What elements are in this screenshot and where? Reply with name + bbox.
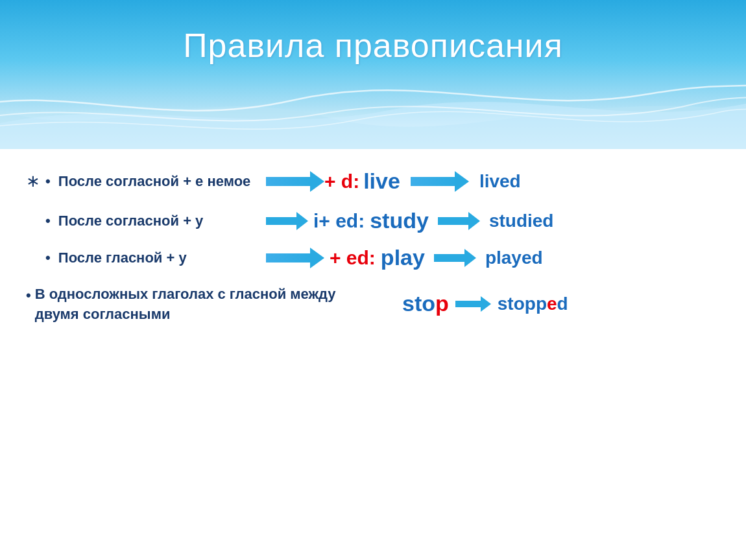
bullet-4: • bbox=[26, 287, 31, 304]
rule4-word-red: p bbox=[435, 291, 449, 316]
rule-row-4: • В односложных глаголах с гласной между… bbox=[26, 285, 720, 325]
arrow-3b bbox=[434, 250, 476, 266]
rule-row-2: • После согласной + у i+ ed: study studi… bbox=[45, 208, 720, 233]
rule1-result: lived bbox=[479, 171, 521, 192]
rule3-result: played bbox=[485, 248, 543, 268]
wave-decoration bbox=[0, 71, 746, 149]
asterisk-symbol: ∗ bbox=[26, 171, 40, 191]
arrow-1b bbox=[411, 172, 469, 191]
rule4-word-normal: sto bbox=[402, 291, 435, 316]
bullet-2: • bbox=[45, 213, 51, 229]
content-section: ∗ • После согласной + е немое + d: live … bbox=[0, 149, 746, 338]
rule2-formula: i+ ed: bbox=[313, 210, 365, 232]
rule2-text: • После согласной + у bbox=[45, 213, 266, 229]
rule4-example: stop stopped bbox=[402, 291, 568, 316]
rule4-word: stop bbox=[402, 291, 449, 316]
header-section: Правила правописания bbox=[0, 0, 746, 149]
rule-row-3: • После гласной + у + ed: play played bbox=[45, 245, 720, 270]
arrow-4 bbox=[455, 297, 491, 311]
rule1-word: live bbox=[363, 169, 400, 194]
arrow-2b bbox=[438, 213, 480, 229]
rule3-formula: + ed: bbox=[330, 247, 376, 269]
rule3-word: play bbox=[381, 245, 425, 270]
rule4-result-normal: stopp bbox=[498, 294, 547, 314]
bullet-3: • bbox=[45, 250, 51, 266]
arrow-1a bbox=[266, 172, 324, 191]
rule1-formula: + d: bbox=[324, 170, 359, 192]
rule4-text: В односложных глаголах с гласной между д… bbox=[35, 285, 363, 325]
rule-row-1: ∗ • После согласной + е немое + d: live … bbox=[26, 169, 720, 194]
rule1-text: • После согласной + е немое bbox=[45, 173, 266, 190]
rule4-result-red: e bbox=[547, 294, 557, 314]
rule3-text: • После гласной + у bbox=[45, 250, 266, 266]
rule4-result-end: d bbox=[557, 294, 568, 314]
rule2-word: study bbox=[370, 208, 429, 233]
arrow-2a bbox=[266, 213, 308, 229]
rule4-result: stopped bbox=[498, 294, 568, 314]
bullet-1: • bbox=[45, 173, 51, 190]
rule2-result: studied bbox=[489, 211, 554, 231]
arrow-3a bbox=[266, 249, 324, 267]
page-title: Правила правописания bbox=[0, 26, 746, 65]
